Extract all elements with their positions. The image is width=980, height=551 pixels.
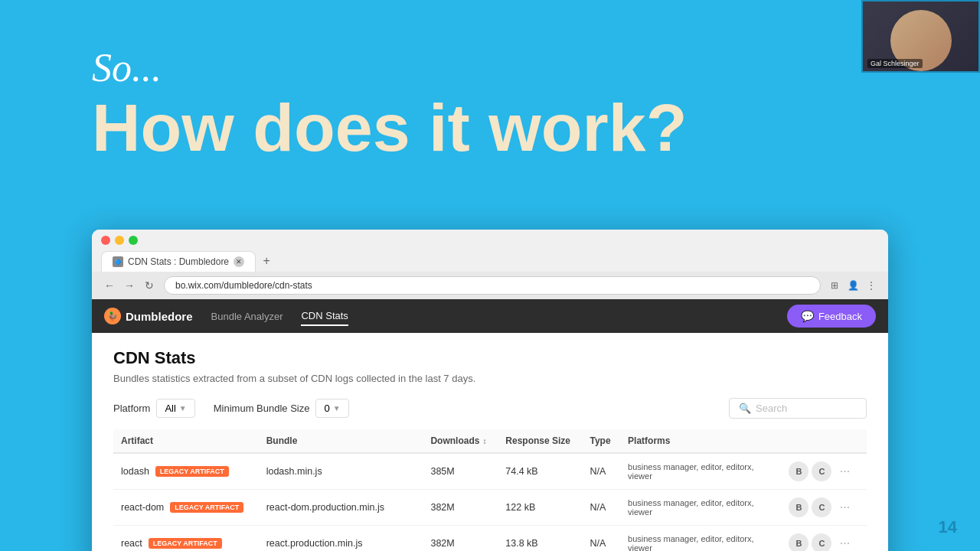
slide-text-area: So... How does it work?: [92, 46, 858, 164]
url-text: bo.wix.com/dumbledore/cdn-stats: [175, 280, 312, 291]
traffic-lights: [101, 236, 879, 245]
app-navigation: 🦆 Dumbledore Bundle Analyzer CDN Stats 💬…: [92, 299, 888, 333]
nav-bundle-analyzer[interactable]: Bundle Analyzer: [211, 308, 283, 325]
platform-icon-0[interactable]: B: [789, 461, 808, 481]
profile-icon[interactable]: 👤: [845, 278, 861, 293]
artifact-cell: react-dom LEGACY ARTIFACT: [121, 502, 251, 513]
browser-chrome: 🔷 CDN Stats : Dumbledore ✕ +: [92, 230, 888, 272]
cell-bundle: react-dom.production.min.js: [259, 490, 423, 526]
cell-actions: BC ···: [781, 526, 867, 552]
col-type: Type: [582, 429, 620, 453]
artifact-cell: react LEGACY ARTIFACT: [121, 538, 251, 549]
tab-favicon: 🔷: [113, 256, 123, 267]
extensions-icon[interactable]: ⊞: [827, 278, 842, 293]
traffic-red[interactable]: [101, 236, 110, 245]
video-speaker-name: Gal Schlesinger: [867, 59, 923, 68]
menu-icon[interactable]: ⋮: [864, 278, 879, 293]
platform-label: Platform: [113, 403, 150, 414]
platform-icon-1[interactable]: C: [812, 497, 831, 517]
refresh-button[interactable]: ↻: [141, 277, 158, 294]
slide-number: 14: [939, 517, 957, 537]
col-downloads-label: Downloads: [430, 435, 479, 446]
bundle-size-label: Minimum Bundle Size: [214, 403, 310, 414]
table-header-row: Artifact Bundle Downloads ↕ Response Siz…: [113, 429, 867, 453]
table-row: react LEGACY ARTIFACT react.production.m…: [113, 526, 867, 552]
search-box[interactable]: 🔍 Search: [729, 398, 867, 419]
platform-icon-0[interactable]: B: [789, 497, 808, 517]
artifact-name: react: [121, 538, 142, 549]
nav-cdn-stats[interactable]: CDN Stats: [301, 307, 348, 326]
platform-icons: BC ···: [789, 461, 859, 481]
page-subtitle: Bundles statistics extracted from a subs…: [113, 373, 867, 384]
col-downloads[interactable]: Downloads ↕: [423, 429, 498, 453]
more-actions-button[interactable]: ···: [835, 533, 854, 551]
cell-artifact: react LEGACY ARTIFACT: [113, 526, 259, 552]
url-bar[interactable]: bo.wix.com/dumbledore/cdn-stats: [164, 276, 821, 295]
cell-actions: BC ···: [781, 453, 867, 490]
col-actions: [781, 429, 867, 453]
search-icon: 🔍: [739, 403, 751, 414]
browser-actions: ⊞ 👤 ⋮: [827, 278, 879, 293]
cell-platforms: business manager, editor, editorx, viewe…: [620, 453, 781, 490]
platform-chevron: ▼: [179, 404, 187, 412]
col-platforms: Platforms: [620, 429, 781, 453]
search-placeholder: Search: [756, 403, 787, 414]
slide-main-heading: How does it work?: [92, 93, 858, 163]
app-content: CDN Stats Bundles statistics extracted f…: [92, 333, 888, 551]
nav-buttons: ← → ↻: [101, 277, 158, 294]
tab-title: CDN Stats : Dumbledore: [128, 256, 229, 267]
back-button[interactable]: ←: [101, 277, 118, 294]
table-row: lodash LEGACY ARTIFACT lodash.min.js385M…: [113, 453, 867, 490]
artifact-badge: LEGACY ARTIFACT: [149, 538, 222, 549]
cell-downloads: 382M: [423, 526, 498, 552]
bundle-size-filter: Minimum Bundle Size 0 ▼: [214, 399, 349, 418]
data-table: Artifact Bundle Downloads ↕ Response Siz…: [113, 429, 867, 551]
cell-platforms: business manager, editor, editorx, viewe…: [620, 526, 781, 552]
platform-icon-1[interactable]: C: [812, 461, 831, 481]
cell-bundle: lodash.min.js: [259, 453, 423, 490]
cell-downloads: 385M: [423, 453, 498, 490]
platform-icon-1[interactable]: C: [812, 533, 831, 551]
tab-close-button[interactable]: ✕: [234, 256, 244, 267]
col-response-size: Response Size: [498, 429, 582, 453]
cell-artifact: react-dom LEGACY ARTIFACT: [113, 490, 259, 526]
platform-value: All: [165, 403, 175, 414]
traffic-green[interactable]: [129, 236, 138, 245]
cell-response-size: 13.8 kB: [498, 526, 582, 552]
bundle-size-select[interactable]: 0 ▼: [315, 399, 348, 418]
cell-artifact: lodash LEGACY ARTIFACT: [113, 453, 259, 490]
bundle-size-value: 0: [324, 403, 329, 414]
platform-filter: Platform All ▼: [113, 399, 195, 418]
platform-icons: BC ···: [789, 497, 859, 517]
artifact-name: lodash: [121, 466, 149, 477]
video-inner: Gal Schlesinger: [863, 2, 978, 71]
col-bundle: Bundle: [259, 429, 423, 453]
browser-window: 🔷 CDN Stats : Dumbledore ✕ + ← → ↻ bo.wi…: [92, 230, 888, 551]
video-thumbnail: Gal Schlesinger: [861, 0, 980, 73]
traffic-yellow[interactable]: [115, 236, 124, 245]
platform-icons: BC ···: [789, 533, 859, 551]
cell-type: N/A: [582, 490, 620, 526]
cell-type: N/A: [582, 453, 620, 490]
cell-response-size: 122 kB: [498, 490, 582, 526]
app-name: Dumbledore: [126, 310, 193, 323]
cell-type: N/A: [582, 526, 620, 552]
feedback-button[interactable]: 💬 Feedback: [787, 305, 876, 328]
active-tab[interactable]: 🔷 CDN Stats : Dumbledore ✕: [101, 251, 256, 272]
artifact-badge: LEGACY ARTIFACT: [170, 502, 243, 513]
slide-so: So...: [92, 46, 858, 90]
address-bar: ← → ↻ bo.wix.com/dumbledore/cdn-stats ⊞ …: [92, 272, 888, 299]
cell-actions: BC ···: [781, 490, 867, 526]
browser-tabs: 🔷 CDN Stats : Dumbledore ✕ +: [101, 251, 879, 272]
artifact-cell: lodash LEGACY ARTIFACT: [121, 466, 251, 477]
more-actions-button[interactable]: ···: [835, 461, 854, 481]
platform-select[interactable]: All ▼: [156, 399, 194, 418]
feedback-icon: 💬: [801, 310, 814, 322]
col-artifact: Artifact: [113, 429, 259, 453]
artifact-name: react-dom: [121, 502, 164, 513]
cell-bundle: react.production.min.js: [259, 526, 423, 552]
more-actions-button[interactable]: ···: [835, 497, 854, 517]
platform-icon-0[interactable]: B: [789, 533, 808, 551]
new-tab-button[interactable]: +: [257, 252, 276, 270]
forward-button[interactable]: →: [121, 277, 138, 294]
